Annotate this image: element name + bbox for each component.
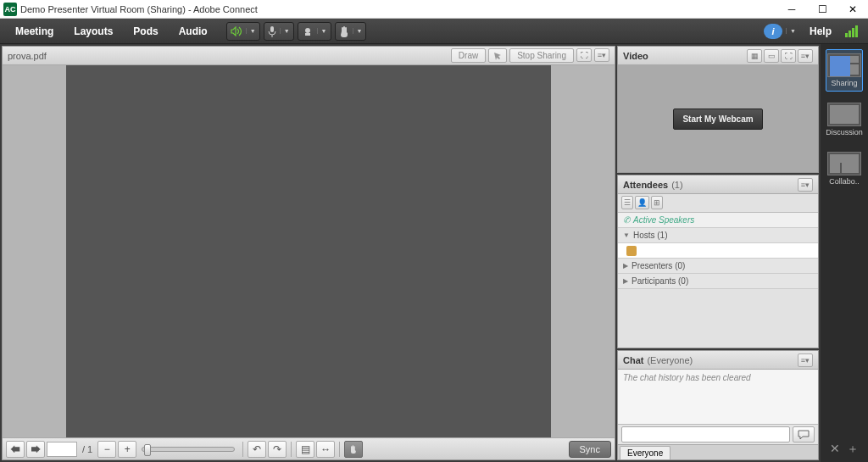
info-icon: i xyxy=(764,24,782,39)
video-filmstrip-button[interactable]: ▭ xyxy=(764,49,779,63)
draw-button[interactable]: Draw xyxy=(451,48,486,63)
chat-bubble-icon xyxy=(798,430,810,440)
host-user-icon xyxy=(626,246,637,256)
menu-meeting[interactable]: Meeting xyxy=(5,20,64,42)
share-toolbar: 🡄 🡆 / 1 − + ↶ ↷ ▤ ↔ Sync xyxy=(3,437,615,459)
main-menubar: Meeting Layouts Pods Audio ▼ ▼ ▼ ▼ i ▼ H… xyxy=(0,19,868,44)
chevron-down-icon: ▼ xyxy=(317,28,327,34)
fit-page-button[interactable]: ▤ xyxy=(296,441,314,458)
layout-thumb-icon xyxy=(827,53,861,77)
attendees-count: (1) xyxy=(671,180,682,190)
pod-options-button[interactable]: ≡▾ xyxy=(594,48,609,62)
chat-input[interactable] xyxy=(621,426,790,443)
rotate-cw-button[interactable]: ↷ xyxy=(268,441,287,458)
video-pod-title: Video xyxy=(623,51,648,61)
raise-hand-button[interactable]: ▼ xyxy=(335,22,367,41)
triangle-right-icon: ▶ xyxy=(623,262,628,270)
layout-add-button[interactable]: ＋ xyxy=(847,442,859,457)
chevron-down-icon: ▼ xyxy=(353,28,363,34)
hosts-group-row[interactable]: ▼ Hosts (1) xyxy=(618,228,818,243)
menu-help[interactable]: Help xyxy=(801,25,840,37)
zoom-out-button[interactable]: − xyxy=(97,441,116,458)
layout-thumb-icon xyxy=(827,103,861,126)
minimize-button[interactable]: ─ xyxy=(776,0,807,19)
connection-status-icon[interactable] xyxy=(845,25,858,37)
chevron-down-icon: ▼ xyxy=(246,28,256,34)
attendee-view-list-button[interactable]: ☰ xyxy=(621,196,633,209)
speaker-button[interactable]: ▼ xyxy=(226,22,260,41)
pointer-button[interactable] xyxy=(488,48,507,63)
fullscreen-button[interactable]: ⛶ xyxy=(576,48,592,62)
svg-rect-0 xyxy=(270,26,274,32)
microphone-button[interactable]: ▼ xyxy=(264,22,294,41)
video-fullscreen-button[interactable]: ⛶ xyxy=(781,49,796,63)
attendees-pod: Attendees (1) ≡▾ ☰ 👤 ⊞ ✆ Active Speakers… xyxy=(617,175,819,348)
chat-options-button[interactable]: ≡▾ xyxy=(798,353,813,367)
video-pod: Video ▦ ▭ ⛶ ≡▾ Start My Webcam xyxy=(617,46,819,173)
share-pod-header: prova.pdf Draw Stop Sharing ⛶ ≡▾ xyxy=(3,47,615,65)
chat-tab-everyone[interactable]: Everyone xyxy=(620,446,670,459)
zoom-slider[interactable] xyxy=(142,447,235,452)
share-pod: prova.pdf Draw Stop Sharing ⛶ ≡▾ 🡄 🡆 xyxy=(2,46,615,460)
window-titlebar: AC Demo Presenter Virtual Room (Sharing)… xyxy=(0,0,868,19)
hand-icon xyxy=(348,444,359,454)
layout-close-button[interactable]: ✕ xyxy=(830,442,840,457)
chat-pod: Chat (Everyone) ≡▾ The chat history has … xyxy=(617,350,819,460)
participants-group-row[interactable]: ▶ Participants (0) xyxy=(618,274,818,289)
svg-rect-2 xyxy=(305,33,310,36)
menu-audio[interactable]: Audio xyxy=(169,20,218,42)
chat-title: Chat xyxy=(623,355,643,365)
hand-tool-button[interactable] xyxy=(344,441,363,458)
page-total-label: / 1 xyxy=(79,444,96,454)
attendee-breakout-button[interactable]: ⊞ xyxy=(651,196,663,209)
sync-button[interactable]: Sync xyxy=(569,441,611,458)
menu-pods[interactable]: Pods xyxy=(123,20,168,42)
triangle-right-icon: ▶ xyxy=(623,277,628,285)
window-title: Demo Presenter Virtual Room (Sharing) - … xyxy=(20,4,776,14)
start-webcam-button[interactable]: Start My Webcam xyxy=(673,109,762,130)
layouts-panel: Sharing Discussion Collabo.. ✕ ＋ xyxy=(821,44,868,462)
host-user-row[interactable] xyxy=(618,243,818,259)
rotate-ccw-button[interactable]: ↶ xyxy=(248,441,266,458)
presenters-group-row[interactable]: ▶ Presenters (0) xyxy=(618,259,818,274)
chat-history: The chat history has been cleared xyxy=(618,370,818,424)
triangle-down-icon: ▼ xyxy=(623,231,630,239)
attendees-title: Attendees xyxy=(623,180,668,190)
chevron-down-icon: ▼ xyxy=(786,28,796,34)
svg-point-1 xyxy=(305,28,310,33)
pointer-icon xyxy=(492,51,503,61)
document-page xyxy=(66,65,550,437)
video-grid-button[interactable]: ▦ xyxy=(747,49,762,63)
attendee-view-status-button[interactable]: 👤 xyxy=(635,196,649,209)
video-options-button[interactable]: ≡▾ xyxy=(798,49,813,63)
attendees-options-button[interactable]: ≡▾ xyxy=(798,178,813,192)
layout-collaboration[interactable]: Collabo.. xyxy=(826,148,863,190)
webcam-button[interactable]: ▼ xyxy=(298,22,331,41)
maximize-button[interactable]: ☐ xyxy=(807,0,837,19)
layout-discussion[interactable]: Discussion xyxy=(826,98,863,141)
info-button-wrap[interactable]: i ▼ xyxy=(760,22,799,41)
layout-thumb-icon xyxy=(827,152,861,175)
shared-file-name: prova.pdf xyxy=(8,51,47,61)
stop-sharing-button[interactable]: Stop Sharing xyxy=(509,48,574,63)
layout-sharing[interactable]: Sharing xyxy=(826,49,863,92)
document-viewport[interactable] xyxy=(3,65,615,437)
close-button[interactable]: ✕ xyxy=(837,0,868,19)
page-number-input[interactable] xyxy=(47,442,77,457)
chevron-down-icon: ▼ xyxy=(280,28,290,34)
prev-page-button[interactable]: 🡄 xyxy=(6,441,25,458)
app-icon: AC xyxy=(3,3,17,16)
chat-send-button[interactable] xyxy=(793,426,815,443)
active-speakers-row[interactable]: ✆ Active Speakers xyxy=(618,213,818,228)
next-page-button[interactable]: 🡆 xyxy=(26,441,45,458)
zoom-in-button[interactable]: + xyxy=(118,441,136,458)
phone-icon: ✆ xyxy=(623,215,630,225)
chat-scope: (Everyone) xyxy=(647,355,693,365)
fit-width-button[interactable]: ↔ xyxy=(316,441,335,458)
menu-layouts[interactable]: Layouts xyxy=(64,20,123,42)
